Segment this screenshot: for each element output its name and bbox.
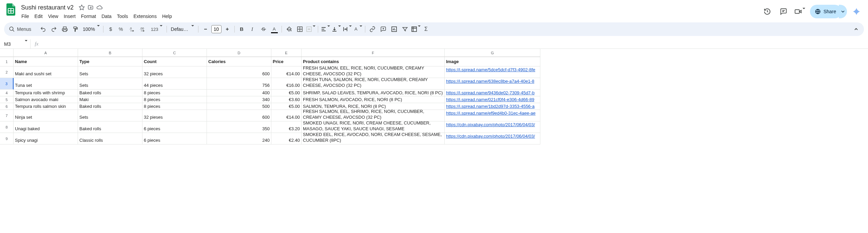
cell[interactable]: Baked rolls [78, 90, 142, 96]
cell[interactable]: €5.00 [271, 90, 302, 96]
name-box[interactable]: M3 [0, 39, 31, 48]
select-all-corner[interactable] [0, 49, 14, 57]
cell[interactable]: https://cdn.pixabay.com/photo/2017/06/04… [445, 133, 540, 144]
cell[interactable]: Image [445, 57, 540, 66]
formula-input[interactable] [43, 39, 868, 48]
cell[interactable]: FRESH SALMON, EEL, RICE, NORI, CUCUMBER,… [302, 66, 445, 78]
cell[interactable]: https://i.spread.name/ef9ed4b0-31ec-4aee… [445, 110, 540, 121]
cell[interactable]: Name [14, 57, 78, 66]
cell[interactable]: Maki and sushi set [14, 66, 78, 78]
cell[interactable]: €3.20 [271, 121, 302, 133]
cell[interactable]: FRESH SALMON, EEL, SHRIMO, RICE, NORI, C… [302, 110, 445, 121]
document-title[interactable]: Sushi restaurant v2 [19, 4, 76, 12]
cell[interactable]: 350 [207, 121, 271, 133]
cell[interactable]: Product contains [302, 57, 445, 66]
column-header-A[interactable]: A [14, 49, 78, 57]
row-header[interactable]: 8 [0, 121, 14, 133]
cell[interactable]: Spicy unagi [14, 133, 78, 144]
cell[interactable]: 8 pieces [142, 96, 207, 103]
cell[interactable]: https://i.spread.name/021cf0f4-e306-4d66… [445, 96, 540, 103]
collapse-toolbar-button[interactable] [851, 24, 861, 34]
insert-chart-button[interactable] [389, 24, 399, 34]
menu-insert[interactable]: Insert [61, 12, 78, 20]
increase-decimal-button[interactable]: .00 [138, 24, 148, 34]
column-header-G[interactable]: G [445, 49, 540, 57]
cell[interactable]: Maki [78, 96, 142, 103]
cell[interactable]: Sets [78, 78, 142, 90]
italic-button[interactable]: I [248, 24, 258, 34]
decrease-decimal-button[interactable]: .0 [127, 24, 137, 34]
format-currency-button[interactable]: $ [105, 24, 116, 34]
decrease-font-button[interactable] [200, 24, 211, 34]
insert-link-button[interactable] [367, 24, 378, 34]
cell[interactable]: 44 pieces [142, 78, 207, 90]
cell[interactable]: FRESH TUNA, SALMON, RICE, NORI, CUCUMBER… [302, 78, 445, 90]
fill-color-button[interactable] [284, 24, 294, 34]
cell[interactable]: https://cdn.pixabay.com/photo/2017/06/04… [445, 121, 540, 133]
cell[interactable]: 8 pieces [142, 103, 207, 110]
cell[interactable]: FRESH SALMON, AVOCADO, RICE, NORI (8 PC) [302, 96, 445, 103]
star-icon[interactable] [78, 3, 86, 12]
cell[interactable]: €5.00 [271, 103, 302, 110]
zoom-select[interactable]: 100% [81, 26, 101, 32]
cloud-status-icon[interactable] [95, 3, 103, 12]
move-icon[interactable] [86, 3, 95, 12]
print-button[interactable] [60, 24, 70, 34]
undo-button[interactable] [38, 24, 48, 34]
sheets-logo-icon[interactable] [4, 3, 18, 16]
cell[interactable]: 340 [207, 96, 271, 103]
cell[interactable]: Salmon avocado maki [14, 96, 78, 103]
cell[interactable]: 6 pieces [142, 133, 207, 144]
row-header[interactable]: 3 [0, 78, 14, 90]
cell[interactable]: https://i.spread.name/5dce5dcf-d7f3-4902… [445, 66, 540, 78]
cell[interactable]: €14.00 [271, 66, 302, 78]
row-header[interactable]: 2 [0, 66, 14, 78]
font-select[interactable]: Defaul… [169, 26, 196, 32]
row-header[interactable]: 7 [0, 110, 14, 121]
cell[interactable]: 8 pieces [142, 90, 207, 96]
cell[interactable]: Price [271, 57, 302, 66]
insert-comment-button[interactable] [378, 24, 388, 34]
cell[interactable]: https://i.spread.name/9436de02-7309-45d7… [445, 90, 540, 96]
cell[interactable]: Tempura rolls salmon skin [14, 103, 78, 110]
filter-views-button[interactable] [411, 24, 421, 34]
paint-format-button[interactable] [71, 24, 81, 34]
text-rotation-button[interactable]: A [353, 24, 363, 34]
cell[interactable]: SHRIMP, SALAD LEAVES, TEMPURA, AVOCADO, … [302, 90, 445, 96]
cell[interactable]: 240 [207, 133, 271, 144]
horizontal-align-button[interactable] [320, 24, 330, 34]
share-dropdown[interactable] [839, 5, 847, 18]
text-wrap-button[interactable] [342, 24, 352, 34]
cell[interactable]: €2.40 [271, 133, 302, 144]
cell[interactable]: SMOKED UNAGI, RICE, NORI, CREAM CHEESE, … [302, 121, 445, 133]
cell[interactable]: https://i.spread.name/1bd2d97d-3353-4556… [445, 103, 540, 110]
redo-button[interactable] [49, 24, 59, 34]
cell[interactable]: €3.60 [271, 96, 302, 103]
menu-edit[interactable]: Edit [32, 12, 45, 20]
menu-data[interactable]: Data [99, 12, 114, 20]
cell[interactable]: Classic rolls [78, 133, 142, 144]
row-header[interactable]: 9 [0, 133, 14, 144]
cell[interactable]: 600 [207, 66, 271, 78]
column-header-F[interactable]: F [302, 49, 445, 57]
format-percent-button[interactable]: % [116, 24, 127, 34]
menu-view[interactable]: View [46, 12, 61, 20]
cell[interactable]: 6 pieces [142, 121, 207, 133]
history-icon[interactable] [761, 5, 773, 18]
cell[interactable]: Tuna set [14, 78, 78, 90]
cell[interactable]: 500 [207, 103, 271, 110]
column-header-E[interactable]: E [271, 49, 302, 57]
functions-button[interactable]: Σ [422, 24, 432, 34]
menu-search[interactable]: Menus [6, 24, 35, 34]
cell[interactable]: €16.00 [271, 78, 302, 90]
borders-button[interactable] [295, 24, 305, 34]
comment-icon[interactable] [777, 5, 790, 18]
row-header[interactable]: 4 [0, 90, 14, 96]
row-header[interactable]: 6 [0, 103, 14, 110]
cell[interactable]: Sets [78, 110, 142, 121]
menu-format[interactable]: Format [79, 12, 98, 20]
row-header[interactable]: 1 [0, 57, 14, 66]
cell[interactable]: Count [142, 57, 207, 66]
menu-file[interactable]: File [19, 12, 32, 20]
cell[interactable]: 32 pieses [142, 110, 207, 121]
